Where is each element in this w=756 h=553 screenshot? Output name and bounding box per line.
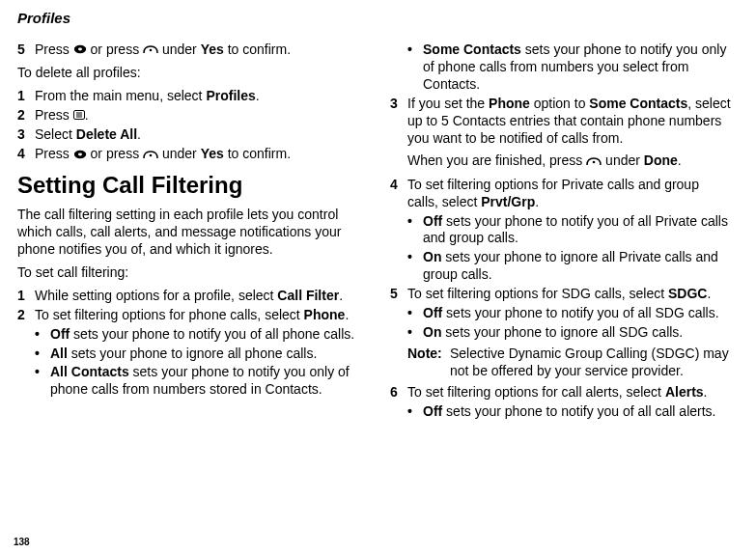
step-5-confirm: 5 Press or press under Yes to confirm. (17, 41, 359, 59)
note-label: Note: (407, 346, 450, 380)
softkey-icon (586, 153, 602, 171)
t: . (256, 88, 260, 103)
softkey-icon (143, 147, 158, 164)
t: option to (530, 96, 590, 111)
off-label: Off (50, 326, 70, 342)
step-number: 4 (390, 177, 407, 211)
sdgc-label: SDGC (668, 286, 707, 301)
phone-label: Phone (304, 307, 346, 322)
svg-point-1 (78, 48, 82, 51)
t: sets your phone to notify you of all cal… (442, 403, 715, 419)
right-column: •Some Contacts sets your phone to notify… (390, 40, 732, 422)
off-label: Off (423, 305, 442, 320)
cf-step-4-on: •On sets your phone to ignore all Privat… (407, 249, 732, 284)
step-text: Press . (35, 107, 359, 124)
bullet-icon: • (407, 213, 423, 248)
t: Press (35, 146, 73, 161)
t: From the main menu, select (35, 88, 206, 103)
t: under (158, 41, 201, 57)
step-number: 6 (390, 384, 407, 401)
t: sets your phone to ignore all SDG calls. (441, 324, 683, 340)
delete-intro: To delete all profiles: (17, 65, 359, 82)
t: Press (35, 41, 73, 57)
t: under (602, 152, 644, 168)
phone-label: Phone (489, 96, 530, 111)
step-text: To set filtering options for SDG calls, … (407, 286, 732, 303)
step-number: 2 (17, 107, 35, 124)
t: . (678, 152, 682, 168)
t: If you set the (407, 96, 489, 111)
all-contacts-label: All Contacts (50, 364, 129, 379)
all-label: All (50, 346, 68, 361)
cf-step-2-off: •Off sets your phone to notify you of al… (35, 326, 359, 344)
columns: 5 Press or press under Yes to confirm. T… (17, 40, 739, 422)
cf-step-2-some-contacts: •Some Contacts sets your phone to notify… (407, 41, 732, 94)
cf-step-4: 4 To set filtering options for Private c… (390, 177, 732, 211)
t: sets your phone to notify you of all SDG… (442, 305, 718, 320)
del-step-3: 3 Select Delete All. (17, 126, 359, 144)
off-label: Off (423, 213, 442, 229)
cf-step-3: 3 If you set the Phone option to Some Co… (390, 96, 732, 148)
t: sets your phone to ignore all phone call… (68, 346, 317, 361)
t: Off sets your phone to notify you of all… (423, 213, 732, 248)
svg-point-8 (78, 152, 82, 155)
step-text: From the main menu, select Profiles. (35, 88, 359, 105)
t: Off sets your phone to notify you of all… (423, 403, 732, 421)
t: Off sets your phone to notify you of all… (423, 305, 732, 322)
t: On sets your phone to ignore all Private… (423, 249, 732, 284)
bullet-icon: • (407, 305, 423, 322)
t: sets your phone to ignore all Private ca… (423, 249, 718, 282)
cf-step-5-on: •On sets your phone to ignore all SDG ca… (407, 324, 732, 342)
t: . (345, 307, 349, 322)
t: sets your phone to notify you of all pho… (70, 326, 354, 342)
step-text: While setting options for a profile, sel… (35, 288, 359, 305)
cf-step-6-off: •Off sets your phone to notify you of al… (407, 403, 732, 421)
t: All sets your phone to ignore all phone … (50, 346, 359, 363)
step-number: 2 (17, 307, 35, 324)
cf-step-6: 6 To set filtering options for call aler… (390, 384, 732, 401)
yes-label: Yes (201, 146, 224, 161)
t: or press (87, 146, 143, 161)
cf-step-3-done: When you are finished, press under Done. (407, 152, 732, 170)
t: . (707, 286, 711, 301)
svg-point-9 (150, 153, 153, 156)
menu-key-icon (73, 107, 85, 124)
del-step-4: 4 Press or press under Yes to confirm. (17, 146, 359, 163)
delete-all-label: Delete All (76, 126, 137, 142)
svg-point-2 (150, 49, 153, 52)
t: Off sets your phone to notify you of all… (50, 326, 359, 344)
some-contacts-label: Some Contacts (423, 41, 521, 57)
on-label: On (423, 324, 441, 340)
left-column: 5 Press or press under Yes to confirm. T… (17, 40, 359, 422)
t: or press (87, 41, 143, 57)
t: While setting options for a profile, sel… (35, 288, 277, 303)
yes-label: Yes (201, 41, 224, 57)
note-text: Selective Dynamic Group Calling (SDGC) m… (450, 346, 732, 380)
t: . (339, 288, 343, 303)
cf-step-1: 1 While setting options for a profile, s… (17, 288, 359, 305)
svg-point-10 (593, 160, 596, 163)
t: Select (35, 126, 76, 142)
off-label: Off (423, 403, 442, 419)
ok-key-icon (73, 147, 87, 164)
del-step-2: 2 Press . (17, 107, 359, 124)
on-label: On (423, 249, 441, 264)
t: To set filtering options for phone calls… (35, 307, 304, 322)
step-text: To set filtering options for call alerts… (407, 384, 732, 401)
cf-step-2-all: •All sets your phone to ignore all phone… (35, 346, 359, 363)
t: . (704, 384, 708, 400)
t: To set filtering options for SDG calls, … (407, 286, 668, 301)
bullet-icon: • (407, 249, 423, 284)
step-text: Select Delete All. (35, 126, 359, 144)
step-text: Press or press under Yes to confirm. (35, 146, 359, 163)
t: . (137, 126, 141, 142)
t: When you are finished, press (407, 152, 586, 168)
t: sets your phone to notify you of all Pri… (423, 213, 728, 246)
cf-step-5-off: •Off sets your phone to notify you of al… (407, 305, 732, 322)
step-number: 3 (17, 126, 35, 144)
some-contacts-label: Some Contacts (589, 96, 687, 111)
t: Some Contacts sets your phone to notify … (423, 41, 732, 94)
t: . (535, 194, 539, 209)
t: All Contacts sets your phone to notify y… (50, 364, 359, 399)
del-step-1: 1 From the main menu, select Profiles. (17, 88, 359, 105)
